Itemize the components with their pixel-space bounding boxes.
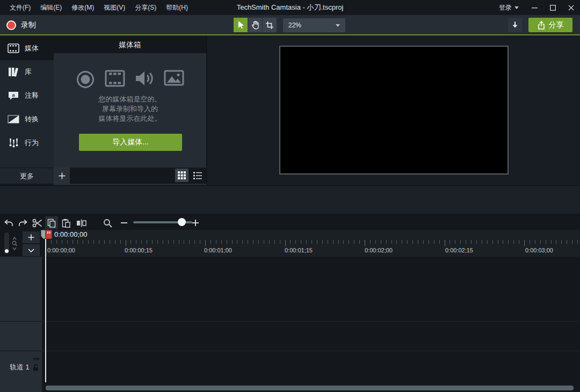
ruler-tick <box>317 240 317 244</box>
track-gutter: 轨道 1 <box>0 257 42 382</box>
magnifier-icon <box>12 241 18 246</box>
track-zoom-control[interactable] <box>11 233 18 254</box>
crop-icon <box>265 21 274 30</box>
ruler-tick <box>184 240 184 244</box>
track-options-button[interactable] <box>23 244 40 256</box>
audio-speaker-icon <box>135 70 154 87</box>
split-button[interactable] <box>75 216 88 229</box>
maximize-button[interactable] <box>543 0 562 15</box>
horizontal-scrollbar[interactable] <box>46 386 574 390</box>
sidebar-more-button[interactable]: 更多 <box>0 168 54 184</box>
minimize-button[interactable] <box>525 0 543 15</box>
ruler-tick <box>386 240 387 244</box>
share-button[interactable]: 分享 <box>528 18 572 32</box>
eye-icon[interactable] <box>33 357 40 361</box>
ruler-tick <box>349 240 349 244</box>
zoom-out-button[interactable] <box>118 216 130 229</box>
split-icon <box>76 219 86 227</box>
view-toggle-group <box>175 169 204 182</box>
ruler-tick <box>280 240 280 244</box>
track-1-header[interactable]: 轨道 1 <box>0 351 42 382</box>
menu-edit[interactable]: 编辑(E) <box>36 1 66 14</box>
ruler-tick <box>381 240 381 244</box>
playback-bar: 00:00 / 00:00 30 fps ⚙ 属性 <box>0 185 580 214</box>
sidebar-item-library[interactable]: 库 <box>0 60 54 84</box>
crop-tool-button[interactable] <box>263 18 277 32</box>
ruler-tick <box>141 240 142 244</box>
sidebar-label-behaviors-text: 转换 <box>25 114 39 124</box>
ruler-tick <box>370 240 371 244</box>
menu-help[interactable]: 帮助(H) <box>162 1 192 14</box>
download-button[interactable] <box>508 18 522 32</box>
ruler-tick <box>513 240 514 244</box>
menu-file[interactable]: 文件(F) <box>5 1 35 14</box>
add-media-button[interactable] <box>54 168 70 184</box>
ruler-tick <box>194 240 195 244</box>
ruler-label: 0:00:00;15 <box>125 247 153 253</box>
record-button[interactable]: 录制 <box>4 18 38 32</box>
playhead-line[interactable] <box>45 239 46 382</box>
track-1-name: 轨道 1 <box>10 362 30 372</box>
empty-text-line2: 屏幕录制和导入的 <box>54 104 206 114</box>
ruler-tick <box>126 240 126 246</box>
ruler-tick <box>62 240 62 244</box>
track-row-divider <box>0 351 580 351</box>
minus-icon <box>121 222 127 224</box>
ruler-tick <box>322 240 323 244</box>
paste-button[interactable] <box>60 216 73 229</box>
ruler-tick <box>471 240 472 244</box>
sidebar-item-media[interactable]: 媒体 <box>0 37 54 60</box>
menu-view[interactable]: 视图(V) <box>99 1 129 14</box>
ruler-tick <box>248 240 248 244</box>
redo-button[interactable] <box>17 216 30 229</box>
ruler-tick <box>93 240 94 244</box>
select-tool-button[interactable] <box>234 18 248 32</box>
ruler-tick <box>577 240 578 244</box>
menubar-right: 登录 <box>492 0 580 15</box>
cut-button[interactable] <box>31 216 44 229</box>
ruler-tick <box>466 240 466 244</box>
menu-share[interactable]: 分享(S) <box>130 1 161 14</box>
track-height-slider-thumb[interactable] <box>5 249 9 253</box>
paste-icon <box>62 219 70 228</box>
list-view-button[interactable] <box>191 169 204 182</box>
playhead-marker[interactable] <box>41 230 52 239</box>
login-menu[interactable]: 登录 <box>492 3 525 12</box>
lock-open-icon[interactable] <box>33 364 39 371</box>
preview-stage[interactable] <box>279 46 509 175</box>
ruler-tick <box>115 240 115 244</box>
undo-button[interactable] <box>2 216 15 229</box>
ruler-tick <box>546 240 546 244</box>
copy-button[interactable] <box>45 216 58 229</box>
close-button[interactable] <box>562 0 580 15</box>
canvas-zoom-select[interactable]: 22% <box>283 18 345 32</box>
ruler-tick <box>396 240 397 244</box>
ruler-tick <box>77 240 78 244</box>
timeline-zoom-button[interactable] <box>101 216 114 229</box>
ruler-tick <box>359 240 360 244</box>
ruler-tick <box>551 240 552 244</box>
timeline-header: 0:00:00;00 0:00:00;00 0:00:00;15 0:00:01… <box>0 230 580 257</box>
login-label: 登录 <box>499 3 512 12</box>
ruler-tick <box>173 240 174 244</box>
ruler-tick <box>232 240 233 244</box>
track-area[interactable]: 轨道 1 <box>0 257 580 382</box>
sidebar-item-behaviors[interactable]: 行为 <box>0 131 54 155</box>
grid-view-button[interactable] <box>175 169 189 182</box>
media-bin-header: 媒体箱 <box>54 37 206 53</box>
track-height-slider[interactable] <box>4 233 9 254</box>
sidebar-item-annotations[interactable]: a 注释 <box>0 84 54 107</box>
ruler-tick <box>120 240 121 244</box>
pan-tool-button[interactable] <box>248 18 262 32</box>
annotation-bubble-icon: a <box>7 90 20 101</box>
timeline-zoom-slider-thumb[interactable] <box>178 218 186 226</box>
ruler-tick <box>168 240 169 244</box>
ruler-tick <box>290 240 291 244</box>
ruler-tick <box>375 240 376 244</box>
add-track-button[interactable] <box>23 231 40 243</box>
sidebar-item-transitions[interactable]: 转换 <box>0 107 54 131</box>
media-bin-panel: 媒体箱 您的媒体箱是空的。 屏幕录制和导入的 媒体将显示在此处。 导入媒体... <box>54 37 207 185</box>
close-icon <box>568 5 574 11</box>
menu-modify[interactable]: 修改(M) <box>67 1 98 14</box>
import-media-button[interactable]: 导入媒体... <box>79 134 182 151</box>
